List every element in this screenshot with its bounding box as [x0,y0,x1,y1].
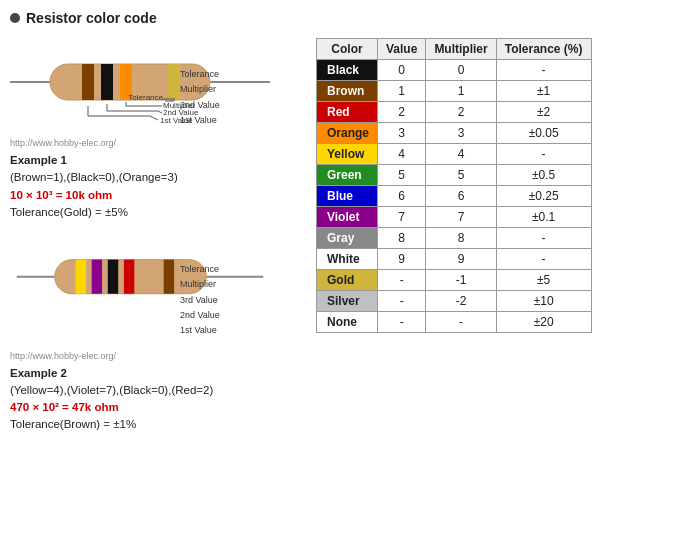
bullet-icon [10,13,20,23]
table-row: Black00- [317,60,592,81]
tolerance-cell: - [496,249,591,270]
value-cell: 1 [378,81,426,102]
example-2-text: Example 2 (Yellow=4),(Violet=7),(Black=0… [10,365,300,434]
color-cell: Black [317,60,378,81]
table-row: Blue66±0.25 [317,186,592,207]
tolerance-cell: ±5 [496,270,591,291]
table-row: Yellow44- [317,144,592,165]
tolerance-cell: ±1 [496,81,591,102]
main-layout: 1st Value 2nd Value Multiplier Tolerance [10,38,690,448]
color-cell: Brown [317,81,378,102]
color-cell: White [317,249,378,270]
right-panel: Color Value Multiplier Tolerance (%) Bla… [316,38,592,448]
tolerance-cell: ±10 [496,291,591,312]
value-cell: 3 [378,123,426,144]
tolerance-cell: - [496,228,591,249]
multiplier-cell: 7 [426,207,496,228]
svg-rect-26 [92,260,102,294]
tolerance-cell: ±0.25 [496,186,591,207]
svg-line-9 [150,116,158,120]
color-cell: Green [317,165,378,186]
value-cell: 0 [378,60,426,81]
first-label-1: 1st Value [180,113,300,128]
third-label-2: 3rd Value [180,293,300,308]
tolerance-label-2: Tolerance [180,262,300,277]
example-1-text: Example 1 (Brown=1),(Black=0),(Orange=3)… [10,152,300,221]
multiplier-label-2: Multiplier [180,277,300,292]
credit-1: http://www.hobby-elec.org/ [10,138,300,148]
table-row: Silver--2±10 [317,291,592,312]
second-label-2: 2nd Value [180,308,300,323]
resistor-2-labels: Tolerance Multiplier 3rd Value 2nd Value… [180,262,300,338]
tolerance-cell: ±0.5 [496,165,591,186]
tolerance-cell: - [496,60,591,81]
color-cell: Gold [317,270,378,291]
svg-rect-25 [76,260,86,294]
tolerance-cell: - [496,144,591,165]
credit-2: http://www.hobby-elec.org/ [10,351,300,361]
color-code-table: Color Value Multiplier Tolerance (%) Bla… [316,38,592,333]
first-label-2: 1st Value [180,323,300,338]
tolerance-cell: ±20 [496,312,591,333]
svg-rect-4 [101,64,113,100]
multiplier-cell: -1 [426,270,496,291]
value-cell: 5 [378,165,426,186]
value-cell: 8 [378,228,426,249]
col-header-multiplier: Multiplier [426,39,496,60]
page-title: Resistor color code [10,10,690,26]
multiplier-cell: 6 [426,186,496,207]
multiplier-cell: - [426,312,496,333]
color-cell: Orange [317,123,378,144]
table-row: None--±20 [317,312,592,333]
table-row: Green55±0.5 [317,165,592,186]
multiplier-cell: 2 [426,102,496,123]
multiplier-cell: 0 [426,60,496,81]
svg-rect-27 [108,260,118,294]
value-cell: 6 [378,186,426,207]
multiplier-cell: 9 [426,249,496,270]
svg-line-13 [158,111,162,113]
color-cell: Silver [317,291,378,312]
svg-rect-28 [124,260,134,294]
tolerance-cell: ±2 [496,102,591,123]
value-cell: 7 [378,207,426,228]
svg-text:Tolerance: Tolerance [128,93,163,102]
color-cell: Red [317,102,378,123]
color-cell: Gray [317,228,378,249]
multiplier-cell: 8 [426,228,496,249]
multiplier-label-1: Multiplier [180,82,300,97]
value-cell: - [378,312,426,333]
table-row: Brown11±1 [317,81,592,102]
svg-rect-6 [168,64,180,100]
table-row: Gold--1±5 [317,270,592,291]
svg-rect-3 [82,64,94,100]
value-cell: 2 [378,102,426,123]
multiplier-cell: 3 [426,123,496,144]
col-header-tolerance: Tolerance (%) [496,39,591,60]
value-cell: 4 [378,144,426,165]
table-row: Orange33±0.05 [317,123,592,144]
value-cell: 9 [378,249,426,270]
table-row: Gray88- [317,228,592,249]
multiplier-cell: 4 [426,144,496,165]
table-row: White99- [317,249,592,270]
value-cell: - [378,291,426,312]
tolerance-cell: ±0.1 [496,207,591,228]
color-cell: Blue [317,186,378,207]
left-panel: 1st Value 2nd Value Multiplier Tolerance [10,38,300,448]
svg-rect-29 [164,260,174,294]
multiplier-cell: 1 [426,81,496,102]
col-header-color: Color [317,39,378,60]
tolerance-label-1: Tolerance [180,67,300,82]
resistor-1-labels: Tolerance Multiplier 2nd Value 1st Value [180,67,300,128]
multiplier-cell: 5 [426,165,496,186]
table-row: Red22±2 [317,102,592,123]
value-cell: - [378,270,426,291]
table-row: Violet77±0.1 [317,207,592,228]
color-cell: None [317,312,378,333]
tolerance-cell: ±0.05 [496,123,591,144]
color-cell: Yellow [317,144,378,165]
multiplier-cell: -2 [426,291,496,312]
second-label-1: 2nd Value [180,98,300,113]
col-header-value: Value [378,39,426,60]
